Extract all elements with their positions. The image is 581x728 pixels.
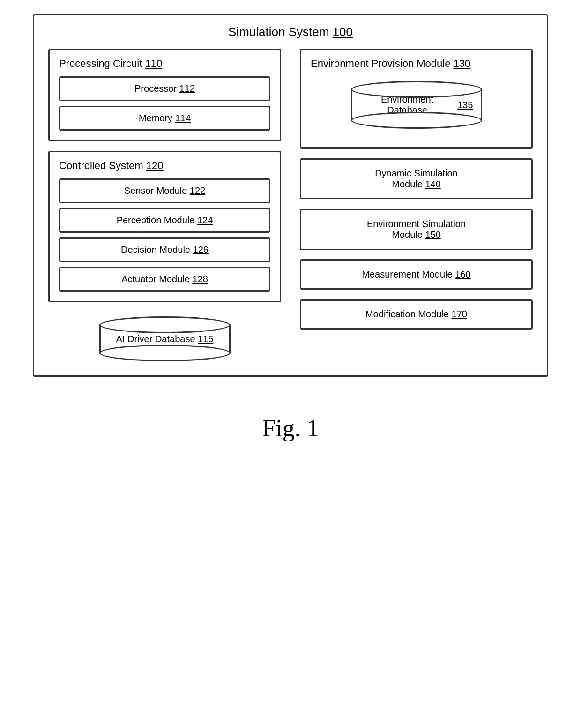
dynamic-sim-label: Dynamic Simulation Module bbox=[375, 168, 458, 189]
env-provision-ref: 130 bbox=[454, 58, 471, 69]
modification-label: Modification Module bbox=[365, 309, 449, 319]
measurement-module-box: Measurement Module 160 bbox=[300, 259, 533, 290]
simulation-system-box: Simulation System 100 Processing Circuit… bbox=[33, 14, 548, 377]
processing-circuit-title: Processing Circuit 110 bbox=[59, 58, 270, 70]
memory-ref: 114 bbox=[175, 113, 191, 123]
env-sim-ref: 150 bbox=[425, 229, 440, 240]
env-provision-title-text: Environment Provision Module bbox=[311, 58, 450, 69]
controlled-system-box: Controlled System 120 Sensor Module 122 … bbox=[48, 151, 281, 302]
right-column: Environment Provision Module 130 Environ… bbox=[300, 49, 533, 330]
actuator-module-box: Actuator Module 128 bbox=[59, 267, 270, 292]
measurement-label: Measurement Module bbox=[362, 269, 452, 279]
page-container: Simulation System 100 Processing Circuit… bbox=[33, 14, 548, 442]
modification-module-box: Modification Module 170 bbox=[300, 299, 533, 330]
controlled-system-ref: 120 bbox=[146, 160, 164, 171]
decision-module-ref: 126 bbox=[193, 244, 209, 255]
measurement-ref: 160 bbox=[455, 269, 470, 279]
controlled-system-title: Controlled System 120 bbox=[59, 160, 270, 172]
fig-label: Fig. 1 bbox=[262, 414, 319, 442]
simulation-system-title: Simulation System 100 bbox=[48, 25, 533, 39]
cyl-top bbox=[99, 316, 231, 333]
ai-db-ref: 115 bbox=[198, 334, 213, 345]
env-simulation-module-box: Environment Simulation Module 150 bbox=[300, 209, 533, 250]
modification-ref: 170 bbox=[452, 309, 467, 319]
processor-box: Processor 112 bbox=[59, 76, 270, 101]
actuator-module-ref: 128 bbox=[192, 274, 208, 284]
dynamic-simulation-module-box: Dynamic Simulation Module 140 bbox=[300, 158, 533, 199]
perception-module-label: Perception Module bbox=[117, 215, 195, 225]
processing-circuit-ref: 110 bbox=[145, 58, 162, 69]
processing-circuit-box: Processing Circuit 110 Processor 112 Mem… bbox=[48, 49, 281, 141]
ai-driver-db-wrapper: AI Driver Database 115 bbox=[48, 316, 281, 361]
outer-ref: 100 bbox=[333, 25, 353, 39]
ai-db-label: AI Driver Database bbox=[116, 334, 195, 345]
perception-module-ref: 124 bbox=[197, 215, 213, 225]
controlled-system-title-text: Controlled System bbox=[59, 160, 143, 171]
sensor-module-label: Sensor Module bbox=[124, 185, 187, 196]
actuator-module-label: Actuator Module bbox=[121, 274, 190, 284]
memory-label: Memory bbox=[139, 113, 172, 123]
env-db-ref: 135 bbox=[457, 100, 473, 110]
dynamic-sim-ref: 140 bbox=[425, 179, 440, 189]
columns: Processing Circuit 110 Processor 112 Mem… bbox=[48, 49, 533, 361]
env-cyl-top bbox=[351, 81, 482, 98]
env-provision-title: Environment Provision Module 130 bbox=[311, 58, 522, 70]
decision-module-label: Decision Module bbox=[121, 244, 190, 255]
processor-ref: 112 bbox=[179, 83, 195, 94]
sensor-module-ref: 122 bbox=[190, 185, 205, 196]
outer-title-text: Simulation System bbox=[228, 25, 329, 39]
env-provision-box: Environment Provision Module 130 Environ… bbox=[300, 49, 533, 149]
env-db-container: Environment Database 135 bbox=[311, 76, 522, 138]
decision-module-box: Decision Module 126 bbox=[59, 237, 270, 262]
processing-circuit-title-text: Processing Circuit bbox=[59, 58, 142, 69]
memory-box: Memory 114 bbox=[59, 106, 270, 131]
sensor-module-box: Sensor Module 122 bbox=[59, 178, 270, 203]
left-column: Processing Circuit 110 Processor 112 Mem… bbox=[48, 49, 281, 361]
perception-module-box: Perception Module 124 bbox=[59, 208, 270, 233]
env-sim-label: Environment Simulation Module bbox=[367, 219, 466, 240]
env-cyl-bottom bbox=[351, 112, 482, 129]
env-db-cylinder: Environment Database 135 bbox=[351, 81, 482, 129]
ai-driver-db-cylinder: AI Driver Database 115 bbox=[99, 316, 231, 361]
processor-label: Processor bbox=[134, 83, 177, 94]
cyl-bottom bbox=[99, 345, 231, 361]
